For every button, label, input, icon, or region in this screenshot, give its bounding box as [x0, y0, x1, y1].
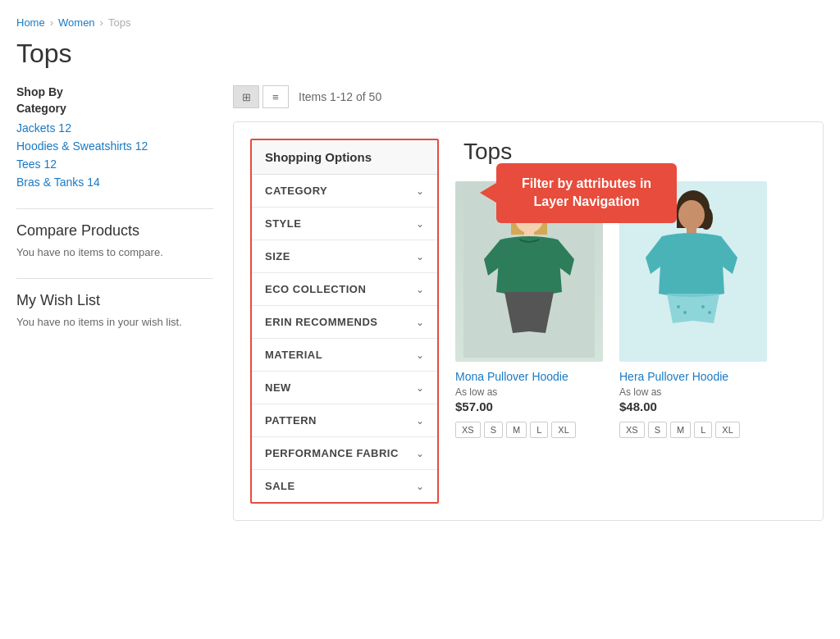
size-l-1[interactable]: L — [530, 422, 548, 438]
chevron-down-icon: ⌄ — [416, 317, 424, 328]
compare-title: Compare Products — [16, 222, 213, 240]
tooltip-container: Filter by attributes in Layer Navigation — [496, 163, 677, 223]
breadcrumb: Home › Women › Tops — [16, 16, 824, 29]
category-hoodies[interactable]: Hoodies & Sweatshirts 12 — [16, 139, 213, 153]
filter-sale-label: SALE — [265, 480, 295, 492]
size-xl-1[interactable]: XL — [551, 422, 575, 438]
filter-sale[interactable]: SALE ⌄ — [252, 470, 437, 502]
chevron-down-icon: ⌄ — [416, 185, 424, 197]
list-icon: ≡ — [272, 91, 279, 103]
wishlist-section: My Wish List You have no items in your w… — [16, 278, 213, 328]
svg-point-11 — [677, 305, 680, 308]
product-name-1[interactable]: Mona Pullover Hoodie — [455, 370, 603, 383]
grid-view-button[interactable]: ⊞ — [233, 85, 259, 108]
chevron-down-icon: ⌄ — [416, 251, 424, 262]
tooltip-arrow — [480, 183, 496, 203]
svg-point-13 — [701, 305, 705, 308]
shop-by-section: Shop By Category Jackets 12 Hoodies & Sw… — [16, 85, 213, 189]
filter-new[interactable]: NEW ⌄ — [252, 372, 437, 404]
filter-category-label: CATEGORY — [265, 185, 327, 197]
chevron-down-icon: ⌄ — [416, 415, 424, 427]
category-jackets[interactable]: Jackets 12 — [16, 121, 213, 135]
chevron-down-icon: ⌄ — [416, 448, 424, 459]
svg-point-14 — [708, 311, 711, 314]
wishlist-text: You have no items in your wish list. — [16, 316, 213, 328]
shop-by-label: Shop By — [16, 85, 213, 98]
filter-material-label: MATERIAL — [265, 349, 322, 361]
filter-new-label: NEW — [265, 381, 291, 394]
shopping-options: Shopping Options CATEGORY ⌄ STYLE ⌄ SIZE… — [250, 139, 439, 504]
breadcrumb-current: Tops — [108, 16, 130, 29]
product-price-2: $48.00 — [619, 399, 767, 413]
filter-size-label: SIZE — [265, 250, 290, 262]
chevron-down-icon: ⌄ — [416, 218, 424, 230]
size-xl-2[interactable]: XL — [715, 422, 739, 438]
products-section-title: Tops — [455, 139, 806, 165]
compare-section: Compare Products You have no items to co… — [16, 208, 213, 258]
main-layout: Shop By Category Jackets 12 Hoodies & Sw… — [16, 85, 824, 521]
size-s-2[interactable]: S — [648, 422, 667, 438]
filter-erin-recommends[interactable]: ERIN RECOMMENDS ⌄ — [252, 306, 437, 339]
filter-eco-collection[interactable]: ECO COLLECTION ⌄ — [252, 273, 437, 306]
filter-size[interactable]: SIZE ⌄ — [252, 240, 437, 273]
size-xs-2[interactable]: XS — [619, 422, 645, 438]
svg-point-9 — [678, 200, 705, 230]
chevron-down-icon: ⌄ — [416, 382, 424, 394]
filter-style[interactable]: STYLE ⌄ — [252, 208, 437, 240]
tooltip-text: Filter by attributes in Layer Navigation — [522, 176, 651, 208]
main-content: ⊞ ≡ Items 1-12 of 50 Shopping Options CA… — [233, 85, 824, 521]
size-s-1[interactable]: S — [484, 422, 503, 438]
product-panel-inner: Shopping Options CATEGORY ⌄ STYLE ⌄ SIZE… — [234, 122, 823, 520]
shopping-options-header: Shopping Options — [252, 140, 437, 175]
filter-erin-label: ERIN RECOMMENDS — [265, 316, 378, 328]
chevron-down-icon: ⌄ — [416, 349, 424, 361]
size-m-1[interactable]: M — [506, 422, 527, 438]
tooltip-box: Filter by attributes in Layer Navigation — [496, 163, 677, 223]
filter-performance-label: PERFORMANCE FABRIC — [265, 447, 399, 459]
page-title: Tops — [16, 39, 824, 69]
filter-style-label: STYLE — [265, 217, 301, 230]
page-wrapper: Home › Women › Tops Tops Shop By Categor… — [0, 0, 840, 639]
breadcrumb-home[interactable]: Home — [16, 16, 45, 29]
toolbar: ⊞ ≡ Items 1-12 of 50 — [233, 85, 824, 108]
grid-icon: ⊞ — [242, 91, 251, 103]
wishlist-title: My Wish List — [16, 292, 213, 309]
view-buttons: ⊞ ≡ — [233, 85, 289, 108]
sidebar: Shop By Category Jackets 12 Hoodies & Sw… — [16, 85, 213, 328]
breadcrumb-sep-2: › — [100, 16, 103, 29]
products-area: Tops Filter by attributes in Layer Navig… — [455, 122, 823, 454]
product-price-1: $57.00 — [455, 399, 603, 413]
chevron-down-icon: ⌄ — [416, 481, 424, 492]
filter-pattern[interactable]: PATTERN ⌄ — [252, 404, 437, 437]
chevron-down-icon: ⌄ — [416, 284, 424, 295]
breadcrumb-women[interactable]: Women — [58, 16, 95, 29]
filter-eco-label: ECO COLLECTION — [265, 283, 366, 295]
svg-point-12 — [683, 311, 687, 314]
size-l-2[interactable]: L — [694, 422, 712, 438]
size-buttons-1: XS S M L XL — [455, 422, 603, 438]
product-price-label-2: As low as — [619, 386, 767, 398]
breadcrumb-sep-1: › — [50, 16, 53, 29]
items-count: Items 1-12 of 50 — [299, 90, 381, 103]
size-buttons-2: XS S M L XL — [619, 422, 767, 438]
list-view-button[interactable]: ≡ — [262, 85, 289, 108]
category-bras-tanks[interactable]: Bras & Tanks 14 — [16, 176, 213, 189]
product-panel: Shopping Options CATEGORY ⌄ STYLE ⌄ SIZE… — [233, 121, 824, 521]
category-tees[interactable]: Tees 12 — [16, 157, 213, 171]
size-m-2[interactable]: M — [670, 422, 691, 438]
category-heading: Category — [16, 102, 213, 115]
filter-pattern-label: PATTERN — [265, 414, 317, 427]
compare-text: You have no items to compare. — [16, 246, 213, 258]
product-price-label-1: As low as — [455, 386, 603, 398]
filter-category[interactable]: CATEGORY ⌄ — [252, 175, 437, 208]
product-name-2[interactable]: Hera Pullover Hoodie — [619, 370, 767, 383]
filter-performance-fabric[interactable]: PERFORMANCE FABRIC ⌄ — [252, 437, 437, 470]
size-xs-1[interactable]: XS — [455, 422, 481, 438]
filter-material[interactable]: MATERIAL ⌄ — [252, 339, 437, 372]
